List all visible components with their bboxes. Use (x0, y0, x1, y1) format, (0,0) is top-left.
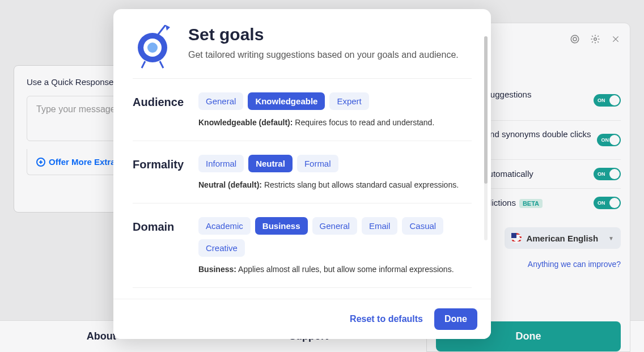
audience-desc: Knowledgeable (default): Requires focus … (198, 118, 472, 127)
domain-business[interactable]: Business (255, 217, 308, 235)
formality-desc: Neutral (default): Restricts slang but a… (198, 180, 472, 189)
formality-formal[interactable]: Formal (297, 155, 338, 172)
modal-footer: Reset to defaults Done (113, 299, 491, 339)
domain-email[interactable]: Email (362, 217, 398, 235)
audience-expert[interactable]: Expert (329, 92, 368, 110)
domain-desc: Business: Applies almost all rules, but … (198, 265, 472, 274)
svg-marker-4 (166, 25, 170, 31)
formality-neutral[interactable]: Neutral (248, 155, 293, 172)
audience-knowledgeable[interactable]: Knowledgeable (248, 92, 325, 110)
audience-general[interactable]: General (198, 92, 243, 110)
formality-label: Formality (133, 155, 198, 171)
section-audience: Audience General Knowledgeable Expert Kn… (133, 78, 472, 141)
domain-label: Domain (133, 217, 198, 234)
domain-general[interactable]: General (312, 217, 357, 235)
audience-label: Audience (133, 92, 198, 109)
formality-informal[interactable]: Informal (198, 155, 244, 172)
modal-subtitle: Get tailored writing suggestions based o… (188, 50, 459, 60)
section-tone: Tone 😀Neutral 🤝Confident 😊Joyful ✌️Optim… (133, 287, 472, 299)
scrollbar-thumb[interactable] (484, 36, 488, 184)
modal-done-button[interactable]: Done (434, 308, 477, 330)
svg-line-3 (158, 25, 166, 35)
domain-casual[interactable]: Casual (402, 217, 443, 235)
svg-line-9 (160, 61, 163, 68)
section-formality: Formality Informal Neutral Formal Neutra… (133, 141, 472, 203)
svg-line-8 (142, 61, 145, 68)
section-domain: Domain Academic Business General Email C… (133, 203, 472, 287)
target-icon (133, 25, 172, 73)
reset-defaults-button[interactable]: Reset to defaults (350, 314, 423, 324)
modal-title: Set goals (188, 25, 459, 44)
set-goals-modal: Set goals Get tailored writing suggestio… (113, 9, 491, 339)
domain-creative[interactable]: Creative (198, 239, 245, 257)
domain-academic[interactable]: Academic (198, 217, 251, 235)
svg-point-7 (147, 43, 158, 53)
